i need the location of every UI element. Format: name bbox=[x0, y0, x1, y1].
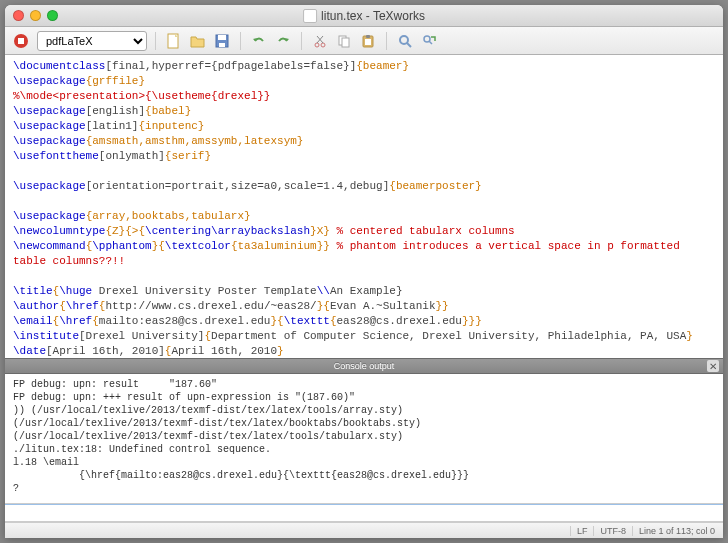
engine-select[interactable]: pdfLaTeX bbox=[37, 31, 147, 51]
app-window: litun.tex - TeXworks pdfLaTeX bbox=[5, 5, 723, 538]
svg-point-6 bbox=[315, 43, 319, 47]
copy-button[interactable] bbox=[334, 31, 354, 51]
toolbar: pdfLaTeX bbox=[5, 27, 723, 55]
new-file-button[interactable] bbox=[164, 31, 184, 51]
minimize-window-button[interactable] bbox=[30, 10, 41, 21]
svg-rect-1 bbox=[18, 38, 24, 44]
console-line: (/usr/local/texlive/2013/texmf-dist/tex/… bbox=[13, 430, 715, 443]
editor-line[interactable]: \author{\href{http://www.cs.drexel.edu/~… bbox=[13, 299, 715, 314]
editor-line[interactable]: table columns??!! bbox=[13, 254, 715, 269]
redo-button[interactable] bbox=[273, 31, 293, 51]
save-file-button[interactable] bbox=[212, 31, 232, 51]
document-icon bbox=[303, 9, 317, 23]
toolbar-separator bbox=[386, 32, 387, 50]
window-controls bbox=[13, 10, 58, 21]
console-line: )) (/usr/local/texlive/2013/texmf-dist/t… bbox=[13, 404, 715, 417]
close-window-button[interactable] bbox=[13, 10, 24, 21]
editor-line[interactable]: \institute[Drexel University]{Department… bbox=[13, 329, 715, 344]
editor-line[interactable]: \newcommand{\pphantom}{\textcolor{ta3alu… bbox=[13, 239, 715, 254]
statusbar: LF UTF-8 Line 1 of 113; col 0 bbox=[5, 522, 723, 538]
editor-line[interactable]: \usepackage[orientation=portrait,size=a0… bbox=[13, 179, 715, 194]
editor-line[interactable]: %\mode<presentation>{\usetheme{drexel}} bbox=[13, 89, 715, 104]
console-line: (/usr/local/texlive/2013/texmf-dist/tex/… bbox=[13, 417, 715, 430]
replace-button[interactable] bbox=[419, 31, 439, 51]
console-line: ./litun.tex:18: Undefined control sequen… bbox=[13, 443, 715, 456]
svg-point-7 bbox=[321, 43, 325, 47]
editor-line[interactable] bbox=[13, 194, 715, 209]
console-output[interactable]: FP debug: upn: result "187.60"FP debug: … bbox=[5, 374, 723, 504]
editor-line[interactable]: \date[April 16th, 2010]{April 16th, 2010… bbox=[13, 344, 715, 358]
window-title: litun.tex - TeXworks bbox=[303, 9, 425, 23]
svg-rect-11 bbox=[366, 35, 370, 38]
window-title-text: litun.tex - TeXworks bbox=[321, 9, 425, 23]
editor-line[interactable] bbox=[13, 164, 715, 179]
console-line: {\href{mailto:eas28@cs.drexel.edu}{\text… bbox=[13, 469, 715, 482]
status-position: Line 1 of 113; col 0 bbox=[632, 526, 715, 536]
editor-line[interactable]: \documentclass[final,hyperref={pdfpagela… bbox=[13, 59, 715, 74]
cut-button[interactable] bbox=[310, 31, 330, 51]
typeset-button[interactable] bbox=[11, 31, 31, 51]
zoom-window-button[interactable] bbox=[47, 10, 58, 21]
svg-point-13 bbox=[400, 36, 408, 44]
editor-line[interactable]: \usepackage[latin1]{inputenc} bbox=[13, 119, 715, 134]
console-input-row bbox=[5, 504, 723, 522]
console-input[interactable] bbox=[5, 505, 723, 521]
svg-rect-9 bbox=[342, 38, 349, 47]
console-header[interactable]: Console output ✕ bbox=[5, 358, 723, 374]
editor-line[interactable]: \title{\huge Drexel University Poster Te… bbox=[13, 284, 715, 299]
find-button[interactable] bbox=[395, 31, 415, 51]
status-lineending[interactable]: LF bbox=[570, 526, 588, 536]
status-encoding[interactable]: UTF-8 bbox=[593, 526, 626, 536]
editor-line[interactable]: \usepackage[english]{babel} bbox=[13, 104, 715, 119]
toolbar-separator bbox=[155, 32, 156, 50]
editor-line[interactable]: \usepackage{grffile} bbox=[13, 74, 715, 89]
console-close-button[interactable]: ✕ bbox=[707, 360, 719, 372]
console-header-label: Console output bbox=[334, 361, 395, 371]
editor-line[interactable] bbox=[13, 269, 715, 284]
console-line: FP debug: upn: result "187.60" bbox=[13, 378, 715, 391]
editor-line[interactable]: \usepackage{amsmath,amsthm,amssymb,latex… bbox=[13, 134, 715, 149]
toolbar-separator bbox=[240, 32, 241, 50]
undo-button[interactable] bbox=[249, 31, 269, 51]
titlebar[interactable]: litun.tex - TeXworks bbox=[5, 5, 723, 27]
console-line: l.18 \email bbox=[13, 456, 715, 469]
source-editor[interactable]: \documentclass[final,hyperref={pdfpagela… bbox=[5, 55, 723, 358]
svg-rect-4 bbox=[218, 35, 226, 40]
svg-rect-12 bbox=[365, 39, 371, 45]
editor-line[interactable]: \email{\href{mailto:eas28@cs.drexel.edu}… bbox=[13, 314, 715, 329]
svg-rect-5 bbox=[219, 43, 225, 47]
open-file-button[interactable] bbox=[188, 31, 208, 51]
toolbar-separator bbox=[301, 32, 302, 50]
editor-line[interactable]: \usefonttheme[onlymath]{serif} bbox=[13, 149, 715, 164]
console-line: ? bbox=[13, 482, 715, 495]
editor-line[interactable]: \usepackage{array,booktabs,tabularx} bbox=[13, 209, 715, 224]
editor-line[interactable]: \newcolumntype{Z}{>{\centering\arrayback… bbox=[13, 224, 715, 239]
paste-button[interactable] bbox=[358, 31, 378, 51]
console-line: FP debug: upn: +++ result of upn-express… bbox=[13, 391, 715, 404]
